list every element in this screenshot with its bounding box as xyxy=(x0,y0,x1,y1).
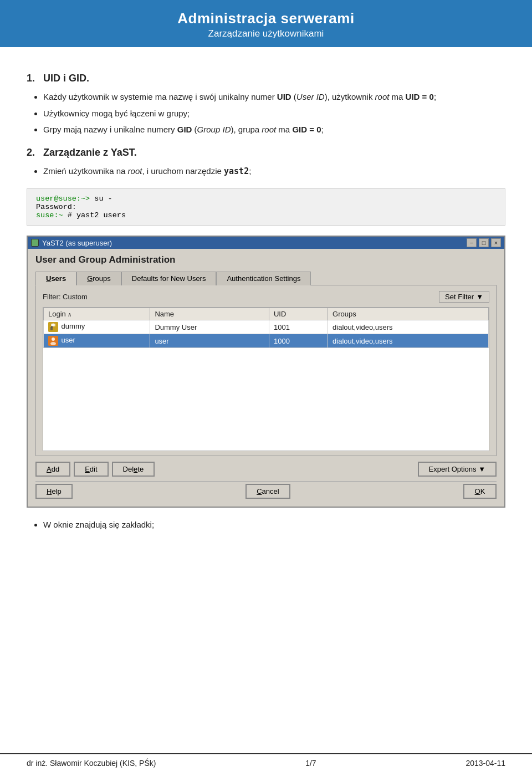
action-buttons: Add Edit Delete xyxy=(35,462,155,477)
cell-groups-dummy: dialout,video,users xyxy=(328,320,489,334)
header-subtitle: Zarządzanie użytkownikami xyxy=(0,28,532,39)
footer-center: 1/7 xyxy=(305,759,316,768)
expert-options-button[interactable]: Expert Options ▼ xyxy=(418,462,497,477)
bottom-buttons-row1: Add Edit Delete Expert Options ▼ xyxy=(35,462,497,477)
filter-row: Filter: Custom Set Filter ▼ xyxy=(43,291,489,303)
code-prompt1: user@suse:~> xyxy=(36,195,90,203)
footer-left: dr inż. Sławomir Koczubiej (KIS, PŚk) xyxy=(27,759,156,768)
cell-name-dummy: Dummy User xyxy=(150,320,269,334)
page-footer: dr inż. Sławomir Koczubiej (KIS, PŚk) 1/… xyxy=(0,753,532,772)
tab-authentication-settings[interactable]: Authentication Settings xyxy=(216,272,311,285)
expert-options-group: Expert Options ▼ xyxy=(418,462,497,477)
list-item: Zmień użytkownika na root, i uruchom nar… xyxy=(43,164,505,179)
svg-rect-3 xyxy=(51,326,53,328)
yast-body: User and Group Administration Users Grou… xyxy=(28,249,504,507)
tab-content-users: Filter: Custom Set Filter ▼ Login ∧ xyxy=(35,285,497,456)
chevron-down-icon: ▼ xyxy=(476,293,483,301)
edit-button[interactable]: Edit xyxy=(74,462,108,477)
tab-defaults-new-users[interactable]: Defaults for New Users xyxy=(121,272,217,285)
cell-uid-user: 1000 xyxy=(269,334,328,348)
col-login: Login ∧ xyxy=(44,308,150,320)
user-table: Login ∧ Name UID Groups xyxy=(43,308,489,348)
after-window-bullets: W oknie znajdują się zakładki; xyxy=(27,518,505,532)
close-button[interactable]: × xyxy=(491,238,501,247)
cell-groups-user: dialout,video,users xyxy=(328,334,489,348)
minimize-button[interactable]: − xyxy=(467,238,477,247)
cell-uid-dummy: 1001 xyxy=(269,320,328,334)
filter-label: Filter: Custom xyxy=(43,293,88,301)
user-table-wrapper: Login ∧ Name UID Groups xyxy=(43,307,489,451)
section1-bullets: Każdy użytkownik w systemie ma nazwę i s… xyxy=(27,90,505,137)
user-icon xyxy=(48,336,58,346)
list-item: Każdy użytkownik w systemie ma nazwę i s… xyxy=(43,90,505,104)
section2-heading: 2. Zarządzanie z YaST. xyxy=(27,147,505,159)
tab-groups[interactable]: Groups xyxy=(76,272,121,285)
col-groups: Groups xyxy=(328,308,489,320)
cell-login-user: user xyxy=(44,334,150,348)
list-item: Grpy mają nazwy i unikalne numery GID (G… xyxy=(43,122,505,137)
cancel-button[interactable]: Cancel xyxy=(245,484,290,499)
yast-window-title: YaST2 (as superuser) xyxy=(42,239,112,247)
section1-heading: 1. UID i GID. xyxy=(27,73,505,84)
table-row[interactable]: user user 1000 dialout,video,users xyxy=(44,334,489,348)
expert-chevron-icon: ▼ xyxy=(478,465,485,473)
add-button[interactable]: Add xyxy=(35,462,70,477)
tab-users[interactable]: Users xyxy=(35,272,76,285)
list-item: Użytkownicy mogą być łączeni w grupy; xyxy=(43,106,505,121)
footer-buttons-row: Help Cancel OK xyxy=(35,481,497,500)
yast-window: YaST2 (as superuser) − □ × User and Grou… xyxy=(27,236,505,508)
list-item: W oknie znajdują się zakładki; xyxy=(43,518,505,532)
yast-app-icon xyxy=(31,239,39,247)
dummy-user-icon xyxy=(48,322,58,332)
titlebar-controls[interactable]: − □ × xyxy=(467,238,501,247)
col-uid: UID xyxy=(269,308,328,320)
footer-right: 2013-04-11 xyxy=(466,759,505,768)
svg-point-6 xyxy=(52,338,55,341)
ok-button[interactable]: OK xyxy=(463,484,497,499)
header-title: Administracja serwerami xyxy=(0,10,532,27)
code-block: user@suse:~> su - Password: suse:~ # yas… xyxy=(27,188,505,226)
help-button[interactable]: Help xyxy=(35,484,73,499)
content-area: 1. UID i GID. Każdy użytkownik w systemi… xyxy=(0,47,532,753)
maximize-button[interactable]: □ xyxy=(479,238,489,247)
sort-icon: ∧ xyxy=(68,311,71,318)
yast-tabs: Users Groups Defaults for New Users Auth… xyxy=(35,271,497,285)
set-filter-button[interactable]: Set Filter ▼ xyxy=(439,291,489,303)
table-row[interactable]: dummy Dummy User 1001 dialout,video,user… xyxy=(44,320,489,334)
table-body: dummy Dummy User 1001 dialout,video,user… xyxy=(44,320,489,348)
cell-name-user: user xyxy=(150,334,269,348)
page-header: Administracja serwerami Zarządzanie użyt… xyxy=(0,0,532,47)
col-name: Name xyxy=(150,308,269,320)
svg-point-7 xyxy=(50,342,56,345)
svg-point-4 xyxy=(52,324,55,326)
section2-bullets: Zmień użytkownika na root, i uruchom nar… xyxy=(27,164,505,179)
delete-button[interactable]: Delete xyxy=(112,462,155,477)
yast-main-title: User and Group Administration xyxy=(35,254,497,265)
yast-titlebar: YaST2 (as superuser) − □ × xyxy=(28,237,504,249)
cell-login-dummy: dummy xyxy=(44,320,150,334)
titlebar-left: YaST2 (as superuser) xyxy=(31,239,112,247)
code-prompt2: suse:~ xyxy=(36,211,63,219)
table-header-row: Login ∧ Name UID Groups xyxy=(44,308,489,320)
